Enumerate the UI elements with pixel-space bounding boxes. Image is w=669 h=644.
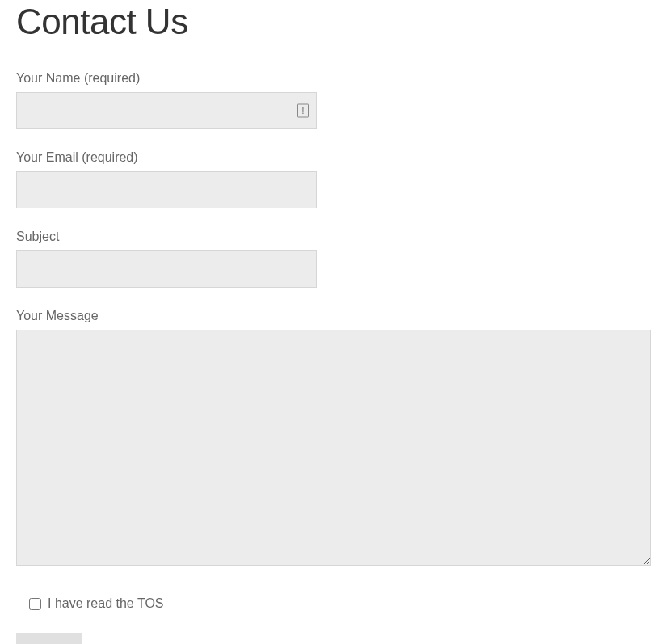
message-label: Your Message	[16, 309, 653, 323]
name-input-wrap	[16, 92, 317, 129]
subject-label: Subject	[16, 229, 653, 244]
send-button[interactable]: Send	[16, 633, 82, 644]
contact-form: Your Name (required) Your Email (require…	[16, 71, 653, 644]
message-field-group: Your Message	[16, 309, 653, 569]
email-field-group: Your Email (required)	[16, 150, 653, 208]
name-input[interactable]	[16, 92, 317, 129]
subject-field-group: Subject	[16, 229, 653, 288]
tos-checkbox[interactable]	[29, 598, 41, 610]
name-label: Your Name (required)	[16, 71, 653, 86]
email-label: Your Email (required)	[16, 150, 653, 165]
message-textarea[interactable]	[16, 330, 651, 566]
name-field-group: Your Name (required)	[16, 71, 653, 129]
tos-label: I have read the TOS	[48, 596, 164, 611]
autofill-icon	[297, 104, 309, 118]
page-title: Contact Us	[16, 2, 653, 42]
email-input[interactable]	[16, 171, 317, 208]
subject-input[interactable]	[16, 250, 317, 288]
tos-row: I have read the TOS	[29, 596, 653, 611]
